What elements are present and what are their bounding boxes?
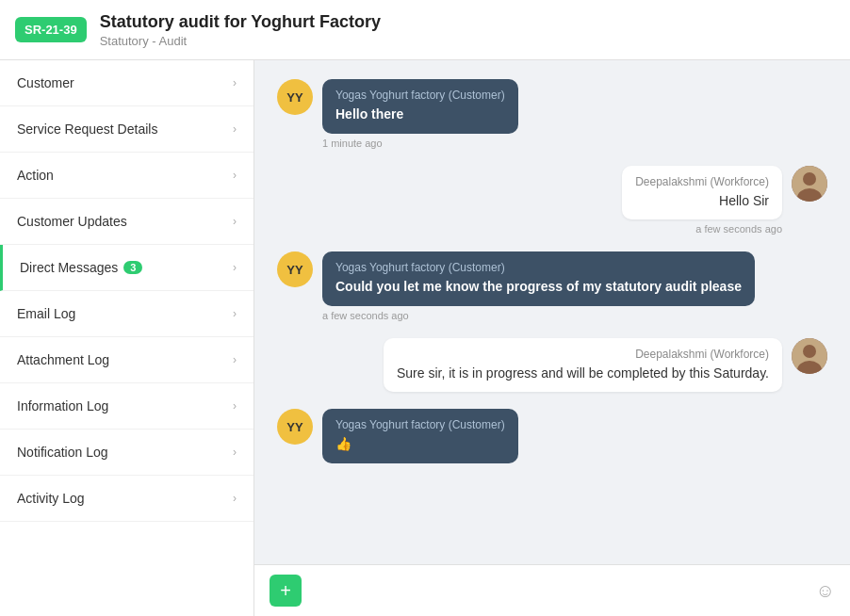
chat-area: YYYogas Yoghurt factory (Customer)Hello … [254,60,850,616]
message-timestamp-msg2: a few seconds ago [695,223,782,235]
header-title: Statutory audit for Yoghurt Factory [100,12,381,32]
sidebar-item-service-request-details[interactable]: Service Request Details› [0,106,253,153]
message-row-msg5: YYYogas Yoghurt factory (Customer)👍 [277,409,827,463]
chevron-right-icon: › [233,169,237,182]
message-row-msg4: Deepalakshmi (Workforce)Sure sir, it is … [277,338,827,393]
chevron-right-icon: › [233,446,237,459]
message-bubble-msg4: Deepalakshmi (Workforce)Sure sir, it is … [384,338,782,393]
sidebar-item-label-customer: Customer [17,75,74,90]
ticket-badge: SR-21-39 [15,17,87,42]
message-sender-msg5: Yogas Yoghurt factory (Customer) [335,418,505,431]
sidebar-item-action[interactable]: Action› [0,153,253,199]
message-block-msg3: Yogas Yoghurt factory (Customer)Could yo… [322,251,755,321]
message-sender-msg4: Deepalakshmi (Workforce) [397,348,769,361]
avatar [792,166,827,202]
sidebar-item-label-activity-log: Activity Log [17,491,85,506]
avatar [792,338,827,374]
sidebar-item-label-email-log: Email Log [17,306,75,321]
message-text-msg4: Sure sir, it is in progress and will be … [397,365,769,383]
sidebar-item-activity-log[interactable]: Activity Log› [0,476,253,522]
header-info: Statutory audit for Yoghurt Factory Stat… [100,12,381,48]
message-block-msg2: Deepalakshmi (Workforce)Hello Sira few s… [622,166,782,235]
message-sender-msg1: Yogas Yoghurt factory (Customer) [335,89,505,102]
chevron-right-icon: › [233,307,237,320]
sidebar-item-direct-messages[interactable]: Direct Messages3› [0,245,253,291]
sidebar-item-information-log[interactable]: Information Log› [0,383,253,430]
sidebar-item-notification-log[interactable]: Notification Log› [0,430,253,476]
message-timestamp-msg1: 1 minute ago [322,138,518,149]
avatar: YY [277,79,313,115]
chat-messages: YYYogas Yoghurt factory (Customer)Hello … [254,60,850,564]
sidebar-item-email-log[interactable]: Email Log› [0,291,253,337]
message-block-msg4: Deepalakshmi (Workforce)Sure sir, it is … [384,338,782,393]
chevron-right-icon: › [233,122,237,136]
sidebar-item-label-direct-messages: Direct Messages3 [20,260,142,275]
sidebar-item-label-service-request-details: Service Request Details [17,122,157,137]
chevron-right-icon: › [233,215,237,228]
main-layout: Customer›Service Request Details›Action›… [0,60,850,616]
message-row-msg1: YYYogas Yoghurt factory (Customer)Hello … [277,79,827,149]
chevron-right-icon: › [233,76,237,89]
sidebar-item-badge-direct-messages: 3 [123,261,142,274]
add-message-button[interactable]: + [270,575,302,607]
sidebar-item-customer-updates[interactable]: Customer Updates› [0,199,253,245]
avatar: YY [277,251,313,287]
message-sender-msg3: Yogas Yoghurt factory (Customer) [335,261,742,274]
message-sender-msg2: Deepalakshmi (Workforce) [635,175,769,188]
header-subtitle: Statutory - Audit [100,34,381,48]
message-bubble-msg1: Yogas Yoghurt factory (Customer)Hello th… [322,79,518,134]
message-bubble-msg2: Deepalakshmi (Workforce)Hello Sir [622,166,782,220]
message-text-msg2: Hello Sir [635,192,769,211]
header: SR-21-39 Statutory audit for Yoghurt Fac… [0,0,850,60]
sidebar: Customer›Service Request Details›Action›… [0,60,254,616]
sidebar-item-customer[interactable]: Customer› [0,60,253,106]
emoji-button[interactable]: ☺ [816,580,835,602]
message-block-msg1: Yogas Yoghurt factory (Customer)Hello th… [322,79,518,149]
chevron-right-icon: › [233,353,237,366]
message-timestamp-msg3: a few seconds ago [322,310,755,321]
message-bubble-msg3: Yogas Yoghurt factory (Customer)Could yo… [322,251,755,306]
message-block-msg5: Yogas Yoghurt factory (Customer)👍 [322,409,518,463]
message-row-msg3: YYYogas Yoghurt factory (Customer)Could … [277,251,827,321]
app-container: SR-21-39 Statutory audit for Yoghurt Fac… [0,0,850,616]
avatar: YY [277,409,313,445]
sidebar-item-label-information-log: Information Log [17,398,108,413]
message-text-msg1: Hello there [335,105,505,124]
message-bubble-msg5: Yogas Yoghurt factory (Customer)👍 [322,409,518,463]
message-text-msg3: Could you let me know the progress of my… [335,278,742,297]
chevron-right-icon: › [233,261,237,274]
chevron-right-icon: › [233,399,237,413]
chat-input-bar: + ☺ [254,564,850,616]
sidebar-item-attachment-log[interactable]: Attachment Log› [0,337,253,383]
svg-point-4 [803,345,816,358]
sidebar-item-label-customer-updates: Customer Updates [17,214,127,229]
sidebar-item-label-action: Action [17,168,54,183]
sidebar-item-label-attachment-log: Attachment Log [17,352,109,367]
message-row-msg2: Deepalakshmi (Workforce)Hello Sira few s… [277,166,827,235]
sidebar-item-label-notification-log: Notification Log [17,445,108,460]
chevron-right-icon: › [233,492,237,505]
message-text-msg5: 👍 [335,435,505,454]
svg-point-1 [803,172,816,186]
